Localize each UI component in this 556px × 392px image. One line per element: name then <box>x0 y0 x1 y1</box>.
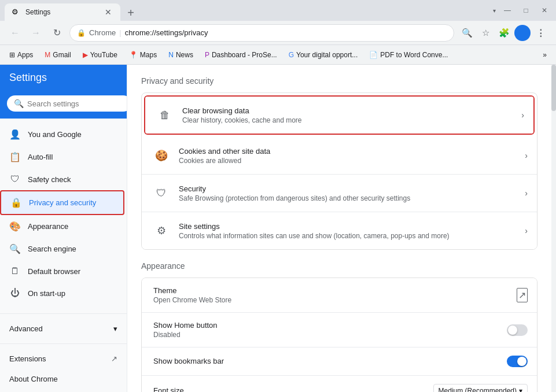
scrollbar-track[interactable] <box>551 65 556 392</box>
extensions-button[interactable]: 🧩 <box>496 25 512 41</box>
font-size-item[interactable]: Font size Medium (Recommended) ▾ <box>142 376 537 392</box>
clear-browsing-item[interactable]: 🗑 Clear browsing data Clear history, coo… <box>145 97 533 134</box>
theme-item[interactable]: Theme Open Chrome Web Store ↗ <box>142 278 537 313</box>
content-outer: Privacy and security 🗑 Clear browsing da… <box>127 65 556 392</box>
appearance-label: Appearance <box>28 222 68 231</box>
search-engine-icon: 🔍 <box>9 243 21 254</box>
sidebar-item-auto-fill[interactable]: 📋 Auto-fill <box>0 146 122 168</box>
cookies-icon: 🍪 <box>151 145 172 166</box>
clear-browsing-text: Clear browsing data Clear history, cooki… <box>175 106 521 124</box>
show-bookmarks-title: Show bookmarks bar <box>153 357 500 365</box>
profile-dropdown-arrow[interactable]: ▾ <box>493 8 496 14</box>
search-toolbar-button[interactable]: 🔍 <box>459 25 475 41</box>
bookmark-gmail[interactable]: M Gmail <box>40 49 75 61</box>
sidebar-item-on-startup[interactable]: ⏻ On start-up <box>0 282 122 304</box>
scrollbar-thumb[interactable] <box>551 65 556 111</box>
default-browser-label: Default browser <box>28 267 80 276</box>
window-close-button[interactable]: ✕ <box>537 3 551 17</box>
digital-favicon: G <box>289 51 294 59</box>
settings-tab[interactable]: ⚙ Settings ✕ <box>5 3 120 21</box>
minimize-button[interactable]: — <box>500 3 514 17</box>
bookmark-dashboard[interactable]: P Dashboard - ProSe... <box>200 49 282 61</box>
profile-avatar[interactable] <box>514 25 531 41</box>
appearance-icon: 🎨 <box>9 221 21 232</box>
site-settings-item[interactable]: ⚙ Site settings Controls what informatio… <box>142 212 537 249</box>
tab-close-button[interactable]: ✕ <box>103 7 113 17</box>
privacy-section-title: Privacy and security <box>141 76 537 86</box>
advanced-arrow: ▾ <box>113 324 117 333</box>
sidebar-item-search-engine[interactable]: 🔍 Search engine <box>0 238 122 260</box>
show-bookmarks-toggle[interactable] <box>507 356 528 367</box>
bookmark-youtube[interactable]: ▶ YouTube <box>78 49 122 61</box>
extensions-label: Extensions <box>9 354 46 363</box>
sidebar-item-you-and-google[interactable]: 👤 You and Google <box>0 123 122 146</box>
youtube-favicon: ▶ <box>83 51 88 59</box>
font-size-text: Font size <box>151 386 433 393</box>
advanced-row[interactable]: Advanced ▾ <box>0 319 127 339</box>
toolbar-icons: 🔍 ☆ 🧩 ⋮ <box>459 25 549 41</box>
main-container: Settings 🔍 👤 You and Google 📋 Auto-fill … <box>0 65 556 392</box>
bookmark-pdf[interactable]: 📄 PDF to Word Conve... <box>364 49 452 61</box>
you-google-icon: 👤 <box>9 129 21 140</box>
show-bookmarks-item[interactable]: Show bookmarks bar <box>142 347 537 376</box>
sidebar-item-privacy-security[interactable]: 🔒 Privacy and security <box>0 190 124 215</box>
extensions-row[interactable]: Extensions ↗ <box>0 349 127 369</box>
refresh-button[interactable]: ↻ <box>49 25 65 41</box>
bookmark-news[interactable]: N News <box>164 49 198 61</box>
search-bar: 🔍 <box>0 91 127 119</box>
clear-browsing-icon: 🗑 <box>154 105 175 125</box>
privacy-icon: 🔒 <box>10 197 22 208</box>
apps-favicon: ⊞ <box>9 51 15 59</box>
show-bookmarks-text: Show bookmarks bar <box>151 357 507 367</box>
privacy-card: 🗑 Clear browsing data Clear history, coo… <box>141 93 537 250</box>
show-home-text: Show Home button Disabled <box>151 321 507 339</box>
sidebar-item-about-chrome[interactable]: About Chrome <box>0 369 122 389</box>
maps-label: Maps <box>140 51 157 59</box>
site-settings-text: Site settings Controls what information … <box>172 222 525 240</box>
security-desc: Safe Browsing (protection from dangerous… <box>179 194 518 202</box>
omnibox-lock-icon: 🔒 <box>77 29 86 37</box>
gmail-label: Gmail <box>53 51 71 59</box>
search-input-wrap[interactable]: 🔍 <box>7 95 127 112</box>
dashboard-label: Dashboard - ProSe... <box>212 51 277 59</box>
font-size-dropdown-arrow: ▾ <box>519 387 522 392</box>
back-button[interactable]: ← <box>7 25 23 41</box>
apps-label: Apps <box>17 51 33 59</box>
bookmarks-more-button[interactable]: » <box>538 49 551 61</box>
show-home-item[interactable]: Show Home button Disabled <box>142 313 537 347</box>
bookmark-maps[interactable]: 📍 Maps <box>124 49 161 61</box>
bookmarks-more-label: » <box>543 51 547 59</box>
clear-browsing-desc: Clear history, cookies, cache and more <box>182 116 514 124</box>
sidebar-item-safety-check[interactable]: 🛡 Safety check <box>0 168 122 190</box>
search-input[interactable] <box>27 99 124 108</box>
omnibox[interactable]: 🔒 Chrome | chrome://settings/privacy <box>69 24 454 42</box>
sidebar-item-appearance[interactable]: 🎨 Appearance <box>0 215 122 238</box>
sidebar-item-default-browser[interactable]: 🗒 Default browser <box>0 260 122 282</box>
bookmarks-bar: ⊞ Apps M Gmail ▶ YouTube 📍 Maps N News P… <box>0 45 556 65</box>
security-arrow: › <box>525 188 528 198</box>
bookmark-apps[interactable]: ⊞ Apps <box>5 49 38 61</box>
maximize-button[interactable]: □ <box>519 3 533 17</box>
digital-label: Your digital opport... <box>296 51 358 59</box>
bookmark-star-button[interactable]: ☆ <box>477 25 494 41</box>
news-label: News <box>176 51 193 59</box>
show-home-toggle[interactable] <box>507 324 528 336</box>
cookies-item[interactable]: 🍪 Cookies and other site data Cookies ar… <box>142 137 537 175</box>
security-item[interactable]: 🛡 Security Safe Browsing (protection fro… <box>142 175 537 212</box>
privacy-label: Privacy and security <box>29 198 96 207</box>
appearance-card: Theme Open Chrome Web Store ↗ Show Home … <box>141 278 537 392</box>
omnibox-source: Chrome <box>89 28 116 37</box>
nav-list: 👤 You and Google 📋 Auto-fill 🛡 Safety ch… <box>0 119 127 309</box>
font-size-value: Medium (Recommended) <box>439 387 517 392</box>
sidebar: Settings 🔍 👤 You and Google 📋 Auto-fill … <box>0 65 127 392</box>
search-icon: 🔍 <box>14 99 24 108</box>
security-text: Security Safe Browsing (protection from … <box>172 184 525 202</box>
font-size-select[interactable]: Medium (Recommended) ▾ <box>433 384 528 392</box>
forward-button[interactable]: → <box>28 25 44 41</box>
nav-divider <box>0 313 127 314</box>
site-settings-title: Site settings <box>179 222 518 231</box>
pdf-label: PDF to Word Conve... <box>380 51 448 59</box>
more-menu-button[interactable]: ⋮ <box>533 25 549 41</box>
bookmark-digital[interactable]: G Your digital opport... <box>284 49 363 61</box>
new-tab-button[interactable]: + <box>123 5 139 21</box>
